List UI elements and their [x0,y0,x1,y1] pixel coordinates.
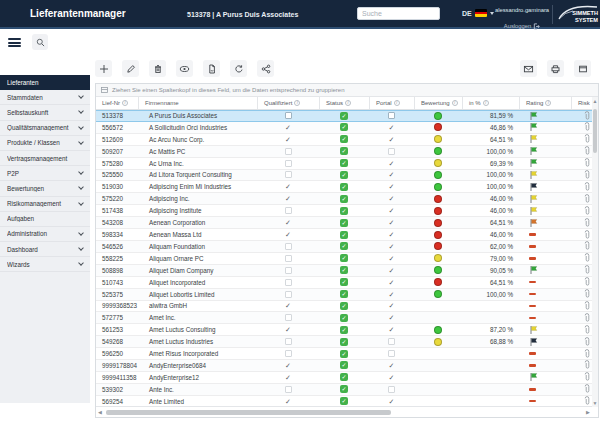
info-icon[interactable]: i [483,100,489,106]
portal-checkbox[interactable]: ✓ [369,241,414,252]
portal-checkbox[interactable]: ✓ [369,277,414,288]
qualifiziert-checkbox[interactable] [257,312,319,323]
status-checkbox[interactable]: ✓ [319,146,369,157]
sidebar-item-selbstauskunft[interactable]: Selbstauskunft [0,105,90,120]
risk-attachment-icon[interactable] [571,360,592,371]
status-checkbox[interactable]: ✓ [319,384,369,395]
qualifiziert-checkbox[interactable] [257,265,319,276]
column-header-name[interactable]: Firmenname [138,97,257,109]
risk-attachment-icon[interactable] [571,372,592,383]
portal-checkbox[interactable] [369,146,414,157]
status-checkbox[interactable]: ✓ [319,217,369,228]
risk-attachment-icon[interactable] [571,241,592,252]
status-checkbox[interactable]: ✓ [319,205,369,216]
status-checkbox[interactable]: ✓ [319,158,369,169]
risk-attachment-icon[interactable] [571,158,592,169]
portal-checkbox[interactable]: ✓ [369,253,414,264]
sidebar-search-button[interactable] [32,34,48,50]
column-header-bew[interactable]: Bewertungi [414,97,462,109]
portal-checkbox[interactable]: ✓ [369,122,414,133]
table-row[interactable]: 575280 Ac Urna Inc. ✓ ✓ 69,39 % [96,158,592,170]
window-button[interactable] [574,60,591,77]
risk-attachment-icon[interactable] [571,229,592,240]
risk-attachment-icon[interactable] [571,312,592,323]
sidebar-item-bewertungen[interactable]: Bewertungen [0,181,90,196]
table-row[interactable]: 575220 Adipiscing Inc. ✓ ✓ ✓ 46,00 % [96,193,592,205]
sidebar-item-wizards[interactable]: Wizards [0,257,90,272]
qualifiziert-checkbox[interactable] [257,289,319,300]
status-checkbox[interactable]: ✓ [319,277,369,288]
risk-attachment-icon[interactable] [571,289,592,300]
risk-attachment-icon[interactable] [571,217,592,228]
risk-attachment-icon[interactable] [571,336,592,347]
table-row[interactable]: 572775 Amet Inc. ✓ ✓ [96,312,592,324]
table-row[interactable]: 561253 Amet Luctus Consulting ✓ ✓ ✓ 87,2… [96,324,592,336]
portal-checkbox[interactable]: ✓ [369,193,414,204]
info-icon[interactable]: i [122,100,128,106]
risk-attachment-icon[interactable] [571,277,592,288]
qualifiziert-checkbox[interactable]: ✓ [257,324,319,335]
risk-attachment-icon[interactable] [571,134,592,145]
sidebar-item-aufgaben[interactable]: Aufgaben [0,212,90,227]
horizontal-scroll-thumb[interactable] [106,410,391,415]
portal-checkbox[interactable] [369,336,414,347]
sidebar-item-vertragsmanagement[interactable]: Vertragsmanagement [0,151,90,166]
portal-checkbox[interactable]: ✓ [369,289,414,300]
sidebar-item-stammdaten[interactable]: Stammdaten [0,90,90,105]
risk-attachment-icon[interactable] [571,181,592,192]
column-header-status[interactable]: Statusi [319,97,369,109]
status-checkbox[interactable]: ✓ [319,265,369,276]
portal-checkbox[interactable]: ✓ [369,158,414,169]
table-row[interactable]: 598334 Aenean Massa Ltd ✓ ✓ ✓ 46,00 % [96,229,592,241]
risk-attachment-icon[interactable] [571,205,592,216]
qualifiziert-checkbox[interactable] [257,205,319,216]
status-checkbox[interactable]: ✓ [319,111,369,121]
qualifiziert-checkbox[interactable]: ✓ [257,193,319,204]
status-checkbox[interactable]: ✓ [319,122,369,133]
info-icon[interactable]: i [294,100,300,106]
risk-attachment-icon[interactable] [571,193,592,204]
status-checkbox[interactable]: ✓ [319,253,369,264]
portal-checkbox[interactable]: ✓ [369,229,414,240]
table-row[interactable]: 546526 Aliquam Foundation ✓ ✓ 62,00 % [96,241,592,253]
risk-attachment-icon[interactable] [571,348,592,359]
qualifiziert-checkbox[interactable] [257,277,319,288]
portal-checkbox[interactable]: ✓ [369,312,414,323]
status-checkbox[interactable]: ✓ [319,348,369,359]
info-icon[interactable]: i [452,100,458,106]
table-row[interactable]: 513378 A Purus Duis Associates ✓ 81,59 % [96,110,592,122]
table-row[interactable]: 558225 Aliquam Ornare PC ✓ ✓ 79,00 % [96,253,592,265]
table-row[interactable]: 512609 Ac Arcu Nunc Corp. ✓ ✓ ✓ 64,51 % [96,134,592,146]
column-header-qual[interactable]: Qualifizierti [257,97,319,109]
info-icon[interactable]: i [345,100,351,106]
qualifiziert-checkbox[interactable]: ✓ [257,122,319,133]
portal-checkbox[interactable] [369,348,414,359]
risk-attachment-icon[interactable] [571,122,592,133]
status-checkbox[interactable]: ✓ [319,301,369,312]
search-input[interactable] [357,7,440,20]
qualifiziert-checkbox[interactable] [257,170,319,181]
portal-checkbox[interactable]: ✓ [369,324,414,335]
risk-attachment-icon[interactable] [571,384,592,395]
menu-hamburger-button[interactable] [8,38,21,47]
qualifiziert-checkbox[interactable]: ✓ [257,301,319,312]
vertical-scrollbar[interactable]: ▲ ▼ [592,97,598,407]
status-checkbox[interactable]: ✓ [319,372,369,383]
portal-checkbox[interactable]: ✓ [369,205,414,216]
qualifiziert-checkbox[interactable] [257,146,319,157]
qualifiziert-checkbox[interactable] [257,241,319,252]
sidebar-item-dashboard[interactable]: Dashboard [0,242,90,257]
logout-button[interactable]: Ausloggen [504,22,540,30]
scroll-left-arrow[interactable]: ◀ [96,409,104,415]
table-row[interactable]: 539302 Ante Inc. ✓ [96,384,592,396]
risk-attachment-icon[interactable] [571,253,592,264]
share-button[interactable] [257,60,274,77]
risk-attachment-icon[interactable] [571,301,592,312]
sidebar-item-risikomanagement[interactable]: Risikomanagement [0,197,90,212]
table-row[interactable]: 9999178804 AndyEnterprise0684 ✓ ✓ ✓ [96,360,592,372]
status-checkbox[interactable]: ✓ [319,193,369,204]
table-row[interactable]: 525550 Ad Litora Torquent Consulting ✓ ✓… [96,170,592,182]
sidebar-item-lieferanten[interactable]: Lieferanten [0,75,90,90]
qualifiziert-checkbox[interactable]: ✓ [257,217,319,228]
table-row[interactable]: 509207 Ac Mattis PC ✓ 100,00 % [96,146,592,158]
